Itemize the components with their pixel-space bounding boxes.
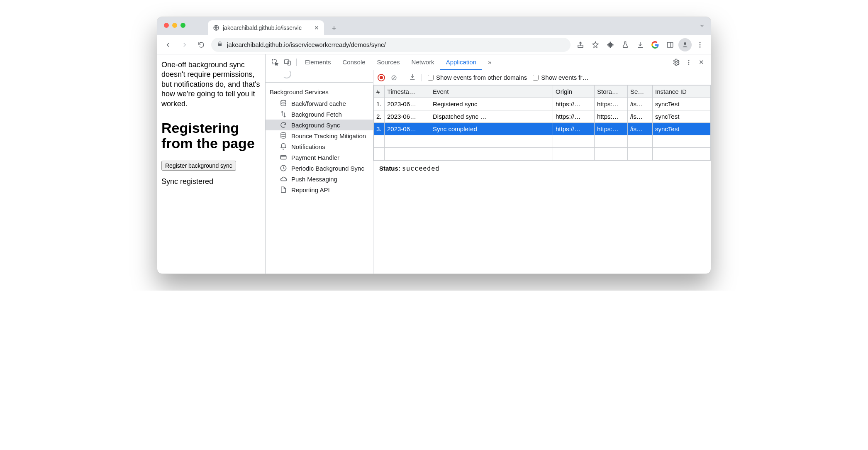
col-header[interactable]: Timesta… [385,86,430,98]
svg-point-15 [281,100,286,103]
record-button[interactable] [378,74,385,81]
content-area: One-off background sync doesn't require … [157,54,711,274]
status-line: Status: succeeded [373,160,711,176]
lock-icon [217,41,223,48]
table-row[interactable]: 2.2023-06…Dispatched sync …https://…http… [374,110,711,123]
save-icon[interactable] [409,73,416,81]
devtools-tabbar: Elements Console Sources Network Applica… [266,54,711,70]
inspect-icon[interactable] [269,59,281,66]
web-page: One-off background sync doesn't require … [157,54,265,274]
settings-icon[interactable] [670,59,683,66]
sidebar-item-payment-handler[interactable]: Payment Handler [266,152,373,163]
svg-point-12 [688,60,690,61]
svg-point-11 [675,61,678,63]
google-icon[interactable] [649,38,662,51]
sidebar-partial-previous-group [266,73,373,83]
tab-console[interactable]: Console [337,54,371,70]
minimize-window-button[interactable] [172,23,177,28]
table-row[interactable]: 1.2023-06…Registered synchttps://…https:… [374,98,711,110]
svg-point-13 [688,61,690,63]
sidebar-group-title: Background Services [266,86,373,98]
tab-sources[interactable]: Sources [371,54,406,70]
close-tab-icon[interactable]: ✕ [314,24,319,31]
devtools-close-icon[interactable]: ✕ [695,59,707,66]
page-intro: One-off background sync doesn't require … [161,60,261,109]
svg-rect-17 [280,156,286,159]
col-header[interactable]: Event [430,86,553,98]
page-heading: Registering from the page [161,120,261,152]
svg-point-14 [688,64,690,65]
register-sync-button[interactable]: Register background sync [161,161,236,171]
window-controls [164,23,185,28]
devtools: Elements Console Sources Network Applica… [265,54,711,274]
device-toggle-icon[interactable] [281,59,294,66]
toolbar-actions [574,38,707,51]
sidebar-item-notifications[interactable]: Notifications [266,141,373,152]
address-bar[interactable]: jakearchibald.github.io/isserviceworkerr… [211,38,571,52]
devtools-menu-icon[interactable] [683,59,695,66]
back-button[interactable] [161,38,175,51]
browser-tab[interactable]: jakearchibald.github.io/isservic ✕ [208,20,324,35]
globe-icon [213,24,219,31]
sidebar-item-periodic-background-sync[interactable]: Periodic Background Sync [266,163,373,174]
svg-point-7 [700,46,701,47]
col-header[interactable]: Stora… [595,86,628,98]
tab-title: jakearchibald.github.io/isservic [223,24,311,31]
sidebar-item-back-forward-cache[interactable]: Back/forward cache [266,98,373,109]
sidebar-item-background-sync[interactable]: Background Sync [266,120,373,130]
sidebar-item-background-fetch[interactable]: Background Fetch [266,109,373,120]
col-header[interactable]: Se… [628,86,653,98]
toolbar: jakearchibald.github.io/isserviceworkerr… [157,35,711,54]
tab-application[interactable]: Application [440,55,482,70]
page-status: Sync registered [161,177,261,186]
side-panel-icon[interactable] [663,38,677,51]
forward-button[interactable] [178,38,191,51]
more-tabs-icon[interactable]: » [482,54,497,70]
devtools-main: ⊘ Show events from other domains Sho [373,70,711,274]
bookmark-icon[interactable] [589,38,602,51]
table-row[interactable]: 3.2023-06…Sync completedhttps://…https:…… [374,123,711,135]
sidebar-item-bounce-tracking-mitigation[interactable]: Bounce Tracking Mitigation [266,130,373,141]
col-header[interactable]: Origin [553,86,595,98]
sidebar-item-push-messaging[interactable]: Push Messaging [266,174,373,184]
downloads-icon[interactable] [634,38,647,51]
sidebar-item-reporting-api[interactable]: Reporting API [266,184,373,195]
devtools-sidebar: Background Services Back/forward cacheBa… [266,70,373,274]
tabs-dropdown-icon[interactable] [699,23,705,30]
profile-icon[interactable] [678,38,692,51]
svg-point-5 [700,42,701,43]
maximize-window-button[interactable] [180,23,185,28]
browser-window: jakearchibald.github.io/isservic ✕ ＋ jak… [157,17,711,274]
labs-icon[interactable] [619,38,632,51]
show-events-fr-checkbox[interactable]: Show events fr… [533,74,588,81]
tab-elements[interactable]: Elements [299,54,337,70]
events-actionbar: ⊘ Show events from other domains Sho [373,70,711,85]
svg-rect-2 [667,42,673,47]
clear-button[interactable]: ⊘ [391,73,397,82]
close-window-button[interactable] [164,23,169,28]
extensions-icon[interactable] [604,38,617,51]
events-table: #Timesta…EventOriginStora…Se…Instance ID… [373,85,711,160]
svg-point-4 [684,42,686,45]
tab-network[interactable]: Network [406,54,440,70]
col-header[interactable]: # [374,86,385,98]
svg-point-16 [281,133,286,135]
menu-icon[interactable] [693,38,707,51]
col-header[interactable]: Instance ID [653,86,711,98]
share-icon[interactable] [574,38,587,51]
reload-button[interactable] [195,38,208,51]
show-other-domains-checkbox[interactable]: Show events from other domains [428,74,527,81]
url-text: jakearchibald.github.io/isserviceworkerr… [227,41,565,48]
svg-point-6 [700,44,701,45]
tab-strip: jakearchibald.github.io/isservic ✕ ＋ [157,17,711,35]
new-tab-button[interactable]: ＋ [328,22,340,34]
